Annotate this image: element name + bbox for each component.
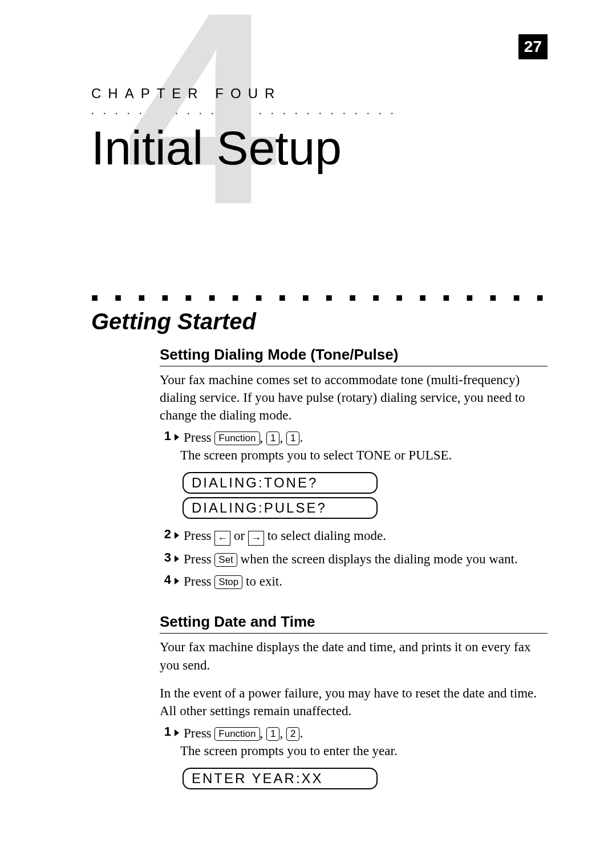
punct: . bbox=[299, 430, 303, 445]
arrow-right-icon: → bbox=[248, 531, 264, 546]
step-number: 2 bbox=[160, 527, 173, 542]
arrow-left-icon: ← bbox=[214, 531, 230, 546]
body-text: In the event of a power failure, you may… bbox=[160, 684, 548, 720]
section-title: Getting Started bbox=[91, 309, 548, 334]
dot-row-wide: ■ ■ ■ ■ ■ ■ ■ ■ ■ ■ ■ ■ ■ ■ ■ ■ ■ ■ ■ ■ … bbox=[91, 291, 548, 304]
text: Press bbox=[184, 430, 212, 445]
punct: , bbox=[279, 430, 283, 445]
step-1: 1 Press Function, 1, 2. bbox=[160, 724, 548, 742]
key-1: 1 bbox=[286, 432, 299, 445]
subsection-date-time: Setting Date and Time Your fax machine d… bbox=[160, 613, 548, 789]
text: to select dialing mode. bbox=[268, 529, 386, 543]
text: Press bbox=[184, 552, 212, 566]
step-number: 4 bbox=[160, 572, 173, 587]
sub-title: Setting Dialing Mode (Tone/Pulse) bbox=[160, 346, 548, 366]
chapter-header: 4 CHAPTER FOUR . . . . . . . . . . . . .… bbox=[91, 46, 548, 228]
lcd-group: DIALING:TONE? DIALING:PULSE? bbox=[183, 472, 548, 519]
punct: . bbox=[299, 726, 303, 740]
key-1: 1 bbox=[266, 727, 279, 741]
sub-title: Setting Date and Time bbox=[160, 613, 548, 634]
chapter-title: Initial Setup bbox=[91, 120, 548, 176]
section: ■ ■ ■ ■ ■ ■ ■ ■ ■ ■ ■ ■ ■ ■ ■ ■ ■ ■ ■ ■ … bbox=[91, 291, 548, 789]
punct: , bbox=[260, 430, 264, 445]
step-number: 3 bbox=[160, 550, 173, 565]
step-subtext: The screen prompts you to enter the year… bbox=[180, 742, 548, 760]
step-marker-icon bbox=[175, 578, 179, 584]
text: Press bbox=[184, 726, 212, 740]
step-marker-icon bbox=[175, 555, 179, 562]
key-stop: Stop bbox=[214, 575, 242, 589]
body-text: Your fax machine comes set to accommodat… bbox=[160, 371, 548, 424]
text: when the screen displays the dialing mod… bbox=[241, 552, 518, 566]
lcd-display: ENTER YEAR:XX bbox=[183, 768, 378, 789]
punct: , bbox=[279, 726, 283, 740]
key-function: Function bbox=[214, 727, 260, 741]
punct: , bbox=[260, 726, 264, 740]
step-marker-icon bbox=[175, 729, 179, 736]
chapter-label: CHAPTER FOUR bbox=[91, 46, 548, 102]
step-4: 4 Press Stop to exit. bbox=[160, 572, 548, 590]
step-marker-icon bbox=[175, 532, 179, 539]
subsection-dialing-mode: Setting Dialing Mode (Tone/Pulse) Your f… bbox=[160, 346, 548, 590]
step-number: 1 bbox=[160, 724, 173, 739]
step-subtext: The screen prompts you to select TONE or… bbox=[180, 446, 548, 464]
step-1: 1 Press Function, 1, 1. bbox=[160, 429, 548, 446]
key-1: 1 bbox=[266, 432, 279, 445]
step-2: 2 Press ← or → to select dialing mode. bbox=[160, 527, 548, 546]
key-set: Set bbox=[214, 553, 237, 567]
text: Press bbox=[184, 574, 212, 588]
text: Press bbox=[184, 529, 212, 543]
key-2: 2 bbox=[286, 727, 299, 741]
text: or bbox=[234, 529, 245, 543]
lcd-display: DIALING:PULSE? bbox=[183, 497, 378, 519]
step-3: 3 Press Set when the screen displays the… bbox=[160, 550, 548, 568]
step-marker-icon bbox=[175, 434, 179, 441]
key-function: Function bbox=[214, 432, 260, 445]
lcd-display: DIALING:TONE? bbox=[183, 472, 378, 494]
lcd-group: ENTER YEAR:XX bbox=[183, 768, 548, 789]
body-text: Your fax machine displays the date and t… bbox=[160, 638, 548, 674]
text: to exit. bbox=[246, 574, 282, 588]
step-number: 1 bbox=[160, 429, 173, 443]
